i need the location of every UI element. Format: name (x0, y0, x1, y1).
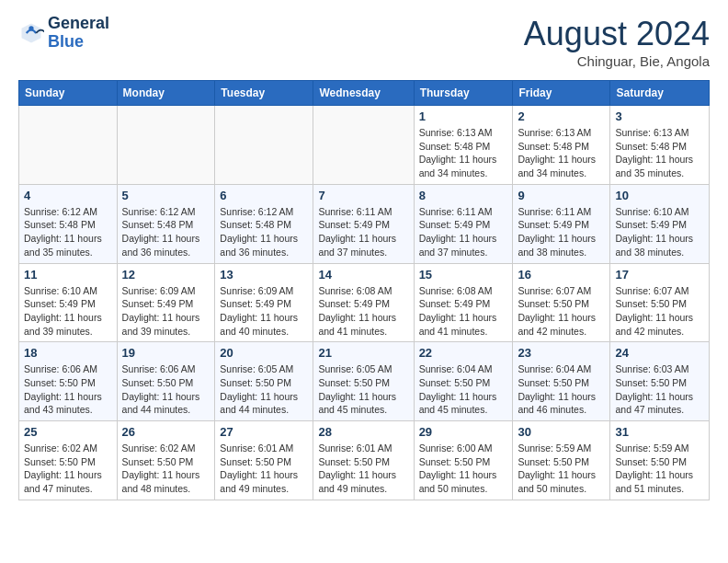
page: General Blue August 2024 Chinguar, Bie, … (0, 0, 728, 515)
calendar-cell: 24Sunrise: 6:03 AM Sunset: 5:50 PM Dayli… (610, 342, 710, 421)
weekday-header-saturday: Saturday (610, 81, 710, 106)
day-number: 25 (24, 425, 112, 439)
day-info: Sunrise: 6:13 AM Sunset: 5:48 PM Dayligh… (518, 126, 605, 180)
day-info: Sunrise: 6:04 AM Sunset: 5:50 PM Dayligh… (518, 362, 605, 417)
logo-text-block: General Blue (48, 15, 109, 52)
calendar-cell: 6Sunrise: 6:12 AM Sunset: 5:48 PM Daylig… (215, 184, 313, 263)
calendar-cell: 3Sunrise: 6:13 AM Sunset: 5:48 PM Daylig… (610, 106, 710, 185)
calendar-cell: 4Sunrise: 6:12 AM Sunset: 5:48 PM Daylig… (19, 184, 118, 263)
calendar: SundayMondayTuesdayWednesdayThursdayFrid… (18, 80, 710, 500)
month-title: August 2024 (524, 15, 710, 53)
day-number: 9 (518, 189, 605, 202)
day-info: Sunrise: 6:12 AM Sunset: 5:48 PM Dayligh… (220, 205, 308, 259)
header: General Blue August 2024 Chinguar, Bie, … (18, 15, 710, 69)
day-info: Sunrise: 6:07 AM Sunset: 5:50 PM Dayligh… (518, 284, 605, 339)
calendar-cell: 15Sunrise: 6:08 AM Sunset: 5:49 PM Dayli… (414, 263, 513, 342)
calendar-cell: 23Sunrise: 6:04 AM Sunset: 5:50 PM Dayli… (513, 342, 610, 421)
day-info: Sunrise: 6:07 AM Sunset: 5:50 PM Dayligh… (615, 284, 704, 339)
day-number: 30 (518, 425, 605, 439)
day-info: Sunrise: 6:10 AM Sunset: 5:49 PM Dayligh… (615, 205, 704, 259)
day-info: Sunrise: 6:08 AM Sunset: 5:49 PM Dayligh… (419, 284, 508, 339)
day-number: 8 (419, 189, 508, 202)
day-number: 24 (615, 346, 704, 360)
day-number: 16 (518, 268, 605, 282)
day-info: Sunrise: 5:59 AM Sunset: 5:50 PM Dayligh… (615, 442, 704, 496)
weekday-header-friday: Friday (513, 81, 610, 106)
day-number: 23 (518, 346, 605, 360)
calendar-week-5: 25Sunrise: 6:02 AM Sunset: 5:50 PM Dayli… (19, 421, 710, 500)
weekday-header-wednesday: Wednesday (313, 81, 414, 106)
calendar-cell: 31Sunrise: 5:59 AM Sunset: 5:50 PM Dayli… (610, 421, 710, 500)
day-info: Sunrise: 6:10 AM Sunset: 5:49 PM Dayligh… (24, 284, 112, 339)
day-number: 22 (419, 346, 508, 360)
day-number: 12 (122, 268, 210, 282)
day-number: 13 (220, 268, 308, 282)
day-info: Sunrise: 6:13 AM Sunset: 5:48 PM Dayligh… (419, 126, 508, 180)
calendar-cell: 25Sunrise: 6:02 AM Sunset: 5:50 PM Dayli… (19, 421, 118, 500)
calendar-cell: 22Sunrise: 6:04 AM Sunset: 5:50 PM Dayli… (414, 342, 513, 421)
title-block: August 2024 Chinguar, Bie, Angola (524, 15, 710, 69)
calendar-cell (19, 106, 118, 185)
calendar-cell: 30Sunrise: 5:59 AM Sunset: 5:50 PM Dayli… (513, 421, 610, 500)
calendar-cell: 11Sunrise: 6:10 AM Sunset: 5:49 PM Dayli… (19, 263, 118, 342)
calendar-cell: 19Sunrise: 6:06 AM Sunset: 5:50 PM Dayli… (117, 342, 215, 421)
logo-icon (18, 20, 44, 46)
calendar-cell: 8Sunrise: 6:11 AM Sunset: 5:49 PM Daylig… (414, 184, 513, 263)
weekday-header-thursday: Thursday (414, 81, 513, 106)
day-info: Sunrise: 6:11 AM Sunset: 5:49 PM Dayligh… (518, 205, 605, 259)
day-number: 27 (220, 425, 308, 439)
weekday-header-tuesday: Tuesday (215, 81, 313, 106)
calendar-week-2: 4Sunrise: 6:12 AM Sunset: 5:48 PM Daylig… (19, 184, 710, 263)
day-info: Sunrise: 6:05 AM Sunset: 5:50 PM Dayligh… (220, 362, 308, 417)
svg-point-1 (28, 26, 33, 30)
logo: General Blue (18, 15, 109, 52)
day-info: Sunrise: 6:08 AM Sunset: 5:49 PM Dayligh… (318, 284, 408, 339)
day-number: 18 (24, 346, 112, 360)
calendar-cell: 26Sunrise: 6:02 AM Sunset: 5:50 PM Dayli… (117, 421, 215, 500)
calendar-cell: 28Sunrise: 6:01 AM Sunset: 5:50 PM Dayli… (313, 421, 414, 500)
day-number: 17 (615, 268, 704, 282)
day-number: 4 (24, 189, 112, 202)
calendar-cell (215, 106, 313, 185)
day-info: Sunrise: 6:12 AM Sunset: 5:48 PM Dayligh… (24, 205, 112, 259)
day-number: 2 (518, 109, 605, 123)
calendar-cell: 12Sunrise: 6:09 AM Sunset: 5:49 PM Dayli… (117, 263, 215, 342)
calendar-cell (313, 106, 414, 185)
day-number: 7 (318, 189, 408, 202)
calendar-cell: 9Sunrise: 6:11 AM Sunset: 5:49 PM Daylig… (513, 184, 610, 263)
day-info: Sunrise: 6:00 AM Sunset: 5:50 PM Dayligh… (419, 442, 508, 496)
calendar-cell: 27Sunrise: 6:01 AM Sunset: 5:50 PM Dayli… (215, 421, 313, 500)
day-info: Sunrise: 6:02 AM Sunset: 5:50 PM Dayligh… (122, 442, 210, 496)
day-info: Sunrise: 6:12 AM Sunset: 5:48 PM Dayligh… (122, 205, 210, 259)
calendar-cell: 2Sunrise: 6:13 AM Sunset: 5:48 PM Daylig… (513, 106, 610, 185)
day-number: 28 (318, 425, 408, 439)
day-info: Sunrise: 6:06 AM Sunset: 5:50 PM Dayligh… (24, 362, 112, 417)
day-info: Sunrise: 6:05 AM Sunset: 5:50 PM Dayligh… (318, 362, 408, 417)
calendar-cell: 17Sunrise: 6:07 AM Sunset: 5:50 PM Dayli… (610, 263, 710, 342)
calendar-cell: 29Sunrise: 6:00 AM Sunset: 5:50 PM Dayli… (414, 421, 513, 500)
calendar-cell: 16Sunrise: 6:07 AM Sunset: 5:50 PM Dayli… (513, 263, 610, 342)
day-number: 26 (122, 425, 210, 439)
calendar-cell: 1Sunrise: 6:13 AM Sunset: 5:48 PM Daylig… (414, 106, 513, 185)
day-number: 14 (318, 268, 408, 282)
weekday-header-monday: Monday (117, 81, 215, 106)
calendar-header-row: SundayMondayTuesdayWednesdayThursdayFrid… (19, 81, 710, 106)
day-number: 15 (419, 268, 508, 282)
calendar-cell: 18Sunrise: 6:06 AM Sunset: 5:50 PM Dayli… (19, 342, 118, 421)
day-number: 1 (419, 109, 508, 123)
day-number: 21 (318, 346, 408, 360)
calendar-week-1: 1Sunrise: 6:13 AM Sunset: 5:48 PM Daylig… (19, 106, 710, 185)
calendar-cell: 20Sunrise: 6:05 AM Sunset: 5:50 PM Dayli… (215, 342, 313, 421)
day-number: 6 (220, 189, 308, 202)
calendar-cell: 21Sunrise: 6:05 AM Sunset: 5:50 PM Dayli… (313, 342, 414, 421)
day-info: Sunrise: 5:59 AM Sunset: 5:50 PM Dayligh… (518, 442, 605, 496)
day-number: 11 (24, 268, 112, 282)
day-number: 20 (220, 346, 308, 360)
day-info: Sunrise: 6:13 AM Sunset: 5:48 PM Dayligh… (615, 126, 704, 180)
day-number: 3 (615, 109, 704, 123)
day-number: 31 (615, 425, 704, 439)
weekday-header-sunday: Sunday (19, 81, 118, 106)
day-number: 5 (122, 189, 210, 202)
day-info: Sunrise: 6:02 AM Sunset: 5:50 PM Dayligh… (24, 442, 112, 496)
day-info: Sunrise: 6:01 AM Sunset: 5:50 PM Dayligh… (318, 442, 408, 496)
